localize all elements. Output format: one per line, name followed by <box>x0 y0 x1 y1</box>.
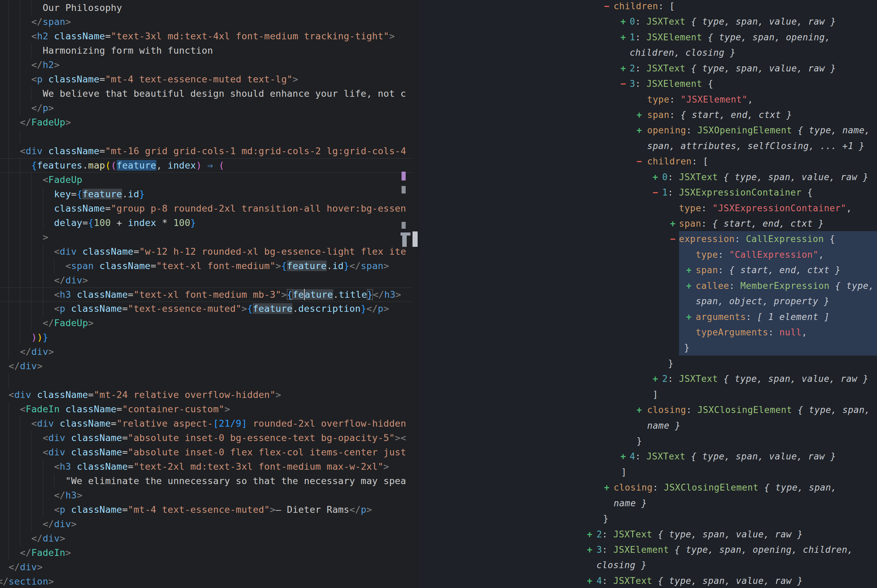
code-line[interactable]: delay={100 + index * 100} <box>0 216 415 230</box>
ast-row[interactable]: +opening: JSXOpeningElement { type, name… <box>418 122 877 138</box>
code-line[interactable]: We believe that beautiful design should … <box>0 87 415 101</box>
expand-node-icon[interactable]: + <box>587 526 592 542</box>
code-line[interactable] <box>0 130 415 144</box>
ast-row[interactable]: +span: { start, end, ctxt } <box>418 262 877 278</box>
code-line[interactable]: <h2 className="text-3xl md:text-4xl font… <box>0 29 415 44</box>
expand-node-icon[interactable]: + <box>620 29 626 45</box>
scrollbar-thumb[interactable] <box>413 231 417 247</box>
code-line[interactable]: </div> <box>0 359 415 373</box>
ast-row[interactable]: +2: JSXText { type, span, value, raw } <box>418 60 877 76</box>
code-line[interactable]: <div className="w-12 h-12 rounded-xl bg-… <box>0 244 415 259</box>
ast-row[interactable]: +2: JSXText { type, span, value, raw } <box>418 526 877 542</box>
code-line[interactable]: </FadeIn> <box>0 546 415 560</box>
collapse-node-icon[interactable]: − <box>620 76 626 92</box>
ast-row[interactable]: ] <box>418 464 877 480</box>
ast-row[interactable]: −children: [ <box>418 153 877 169</box>
code-line[interactable]: </div> <box>0 273 415 288</box>
code-line[interactable]: <p className="mt-4 text-essence-muted te… <box>0 72 415 87</box>
ast-row[interactable]: +callee: MemberExpression { type, <box>418 278 877 294</box>
ast-row[interactable]: +2: JSXText { type, span, value, raw } <box>418 371 877 387</box>
code-line[interactable] <box>0 373 415 388</box>
expand-node-icon[interactable]: + <box>653 371 658 387</box>
code-line[interactable]: </p> <box>0 101 415 115</box>
ast-row[interactable]: −1: JSXExpressionContainer { <box>418 184 877 200</box>
ast-row[interactable]: +3: JSXElement { type, span, opening, ch… <box>418 542 877 558</box>
code-line[interactable]: Harmonizing form with function <box>0 44 415 58</box>
expand-node-icon[interactable]: + <box>587 542 592 558</box>
ast-row[interactable]: +0: JSXText { type, span, value, raw } <box>418 14 877 29</box>
expand-node-icon[interactable]: + <box>686 278 692 294</box>
expand-node-icon[interactable]: + <box>637 107 642 123</box>
code-line[interactable]: </FadeUp> <box>0 115 415 130</box>
ast-row[interactable]: +4: JSXText { type, span, value, raw } <box>418 573 877 588</box>
ast-row[interactable]: } <box>418 340 877 356</box>
code-line[interactable]: </FadeUp> <box>0 316 415 330</box>
code-line[interactable]: key={feature.id} <box>0 187 415 201</box>
ast-row[interactable]: −children: [ <box>418 0 877 14</box>
expand-node-icon[interactable]: + <box>604 480 610 495</box>
code-line[interactable]: <div className="mt-16 grid grid-cols-1 m… <box>0 144 415 158</box>
code-line[interactable]: Our Philosophy <box>0 1 415 15</box>
ast-row[interactable]: typeArguments: null, <box>418 324 877 340</box>
code-line[interactable]: <div className="mt-24 relative overflow-… <box>0 388 415 402</box>
expand-node-icon[interactable]: + <box>587 573 592 588</box>
expand-node-icon[interactable]: + <box>637 122 642 138</box>
ast-row[interactable]: +1: JSXElement { type, span, opening, <box>418 29 877 45</box>
code-line[interactable]: <div className="absolute inset-0 bg-esse… <box>0 431 415 445</box>
code-line[interactable]: <FadeIn className="container-custom"> <box>0 402 415 416</box>
ast-row[interactable]: } <box>418 356 877 371</box>
ast-row[interactable]: +closing: JSXClosingElement { type, span… <box>418 480 877 495</box>
ast-row[interactable]: name } <box>418 418 877 434</box>
code-line[interactable]: </div> <box>0 517 415 531</box>
ast-row[interactable]: } <box>418 433 877 449</box>
code-line[interactable]: </h2> <box>0 58 415 72</box>
ast-row[interactable]: +span: { start, end, ctxt } <box>418 216 877 231</box>
code-line[interactable]: </h3> <box>0 488 415 502</box>
ast-row[interactable]: closing } <box>418 557 877 573</box>
collapse-node-icon[interactable]: − <box>653 184 658 200</box>
ast-row[interactable]: +arguments: [ 1 element ] <box>418 309 877 325</box>
expand-node-icon[interactable]: + <box>653 169 658 185</box>
code-editor-pane[interactable]: Our Philosophy </span> <h2 className="te… <box>0 0 417 588</box>
ast-row[interactable]: +0: JSXText { type, span, value, raw } <box>418 169 877 185</box>
collapse-node-icon[interactable]: − <box>670 231 676 247</box>
code-line[interactable]: </section> <box>0 574 415 588</box>
code-line[interactable]: ))} <box>0 330 415 345</box>
code-line[interactable]: <div className="absolute inset-0 flex fl… <box>0 445 415 459</box>
expand-node-icon[interactable]: + <box>670 216 676 231</box>
expand-node-icon[interactable]: + <box>620 14 626 29</box>
expand-node-icon[interactable]: + <box>637 402 642 418</box>
code-line[interactable]: </span> <box>0 15 415 29</box>
ast-row[interactable]: span, object, property } <box>418 293 877 309</box>
ast-row[interactable]: ] <box>418 387 877 402</box>
code-line[interactable]: </div> <box>0 531 415 546</box>
ast-row[interactable]: } <box>418 511 877 526</box>
ast-row[interactable]: +closing: JSXClosingElement { type, span… <box>418 402 877 418</box>
code-line[interactable]: </div> <box>0 345 415 359</box>
ast-row[interactable]: −expression: CallExpression { <box>418 231 877 247</box>
code-line[interactable]: <div className="relative aspect-[21/9] r… <box>0 416 415 431</box>
ast-row[interactable]: +4: JSXText { type, span, value, raw } <box>418 448 877 464</box>
ast-row[interactable]: children, closing } <box>418 45 877 60</box>
expand-node-icon[interactable]: + <box>686 262 692 278</box>
code-line[interactable]: <p className="text-essence-muted">{featu… <box>0 302 415 316</box>
ast-row[interactable]: +span: { start, end, ctxt } <box>418 107 877 123</box>
expand-node-icon[interactable]: + <box>686 309 692 325</box>
code-line[interactable]: <p className="mt-4 text-essence-muted">—… <box>0 502 415 517</box>
ast-row[interactable]: type: "JSXExpressionContainer", <box>418 200 877 216</box>
code-line[interactable]: <span className="text-xl font-medium">{f… <box>0 259 415 273</box>
ast-row[interactable]: span, attributes, selfClosing, ... +1 } <box>418 138 877 154</box>
ast-row[interactable]: −3: JSXElement { <box>418 76 877 92</box>
ast-row[interactable]: type: "CallExpression", <box>418 247 877 262</box>
ast-row[interactable]: type: "JSXElement", <box>418 92 877 107</box>
collapse-node-icon[interactable]: − <box>604 0 610 14</box>
code-line[interactable]: </div> <box>0 560 415 574</box>
code-line[interactable]: "We eliminate the unnecessary so that th… <box>0 474 415 488</box>
collapse-node-icon[interactable]: − <box>637 153 642 169</box>
expand-node-icon[interactable]: + <box>620 448 626 464</box>
code-line[interactable]: <h3 className="text-2xl md:text-3xl font… <box>0 459 415 474</box>
code-line[interactable]: <FadeUp <box>0 172 415 187</box>
code-line[interactable]: > <box>0 230 415 244</box>
expand-node-icon[interactable]: + <box>620 60 626 76</box>
ast-tree-pane[interactable]: −children: [+0: JSXText { type, span, va… <box>417 0 877 588</box>
